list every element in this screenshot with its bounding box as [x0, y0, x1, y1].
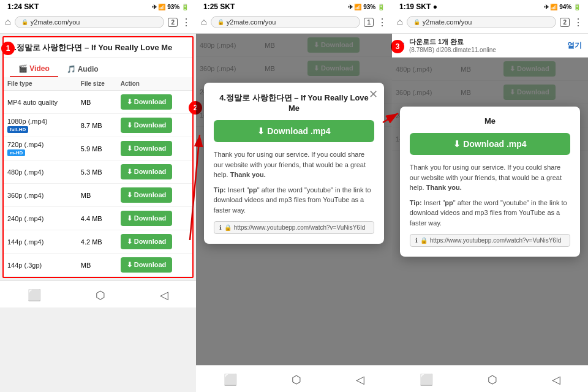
nav-circle-2[interactable]: ⬡: [292, 371, 301, 388]
lock-icon-2: 🔒: [217, 19, 224, 25]
status-bar-2: 1:25 SKT ✈ 📶 93% 🔋: [196, 0, 392, 13]
quality-label: MP4 auto quality: [7, 99, 58, 106]
nav-square-3[interactable]: ⬜: [420, 371, 433, 388]
modal-close-2[interactable]: ✕: [369, 88, 378, 101]
phone-screen-3: 1:19 SKT ● ✈ 📶 94% 🔋 ⌂ 🔒 y2mate.com/you …: [392, 0, 588, 392]
menu-dots-1[interactable]: ⋮: [181, 17, 191, 28]
download-button[interactable]: ⬇ Download: [121, 211, 173, 226]
address-bar-2[interactable]: 🔒 y2mate.com/you: [211, 16, 361, 28]
tab-count-3[interactable]: 2: [560, 18, 570, 27]
phone-screen-2: 1:25 SKT ✈ 📶 93% 🔋 ⌂ 🔒 y2mate.com/you 1 …: [196, 0, 392, 392]
quality-badge-mhd: m-HD: [7, 149, 25, 156]
bottom-nav-1: ⬜ ⬡ ◁: [0, 281, 196, 307]
download-button[interactable]: ⬇ Download: [121, 234, 173, 249]
table-row: 240p (.mp4) 4.4 MB ⬇ Download: [4, 207, 192, 230]
download-button[interactable]: ⬇ Download: [121, 164, 173, 179]
download-button[interactable]: ⬇ Download: [121, 141, 173, 156]
table-row: 144p (.3gp) MB ⬇ Download: [4, 254, 192, 277]
page-content-1: 4.정말로 사랑한다면 – If You Really Love Me 🎬 Vi…: [4, 37, 192, 277]
lock-small-2: 🔒: [224, 224, 232, 231]
home-icon-2[interactable]: ⌂: [201, 17, 207, 28]
lock-small-3: 🔒: [420, 237, 428, 244]
lock-icon-3: 🔒: [413, 19, 420, 25]
menu-dots-2[interactable]: ⋮: [377, 17, 387, 28]
nav-back-3[interactable]: ◁: [552, 371, 560, 388]
status-icons-1: ✈ 📶 93% 🔋: [152, 4, 189, 10]
status-bar-1: 1:24 SKT ✈ 📶 93% 🔋: [0, 0, 196, 13]
table-row: 720p (.mp4) m-HD 5.9 MB ⬇ Download: [4, 137, 192, 160]
lock-icon-1: 🔒: [21, 19, 28, 25]
modal-tip-3: Tip: Insert "pp" after the word "youtube…: [410, 198, 570, 228]
quality-label: 1080p (.mp4): [7, 118, 47, 125]
status-bar-3: 1:19 SKT ● ✈ 📶 94% 🔋: [392, 0, 588, 13]
url-text-3: y2mate.com/you: [423, 18, 472, 26]
file-size: 5.3 MB: [77, 160, 117, 184]
quality-label: 720p (.mp4): [7, 141, 43, 148]
table-row: MP4 auto quality MB ⬇ Download: [4, 91, 192, 114]
file-size: 8.7 MB: [77, 114, 117, 137]
download-notification-3: ✓ 다운로드 1개 완료 (8.78MB) dl208.dlmate11.onl…: [392, 34, 588, 58]
tab-video-1[interactable]: 🎬 Video: [10, 61, 58, 77]
nav-square-2[interactable]: ⬜: [224, 371, 237, 388]
quality-badge-fullhd: full-HD: [7, 126, 28, 133]
page-title-1: 4.정말로 사랑한다면 – If You Really Love Me: [4, 37, 192, 58]
browser-chrome-1: ⌂ 🔒 y2mate.com/you 2 ⋮: [0, 13, 196, 34]
home-icon-1[interactable]: ⌂: [5, 17, 11, 28]
url-text-1: y2mate.com/you: [31, 18, 80, 26]
step-badge-1: 1: [1, 42, 15, 55]
col-filetype-1: File type: [4, 77, 77, 91]
content-outline-1: 4.정말로 사랑한다면 – If You Really Love Me 🎬 Vi…: [2, 36, 194, 278]
download-button[interactable]: ⬇ Download: [121, 94, 173, 110]
tab-count-1[interactable]: 2: [168, 18, 178, 27]
col-filesize-1: File size: [77, 77, 117, 91]
modal-url-bar-2: ℹ 🔒 https://www.youtubepp.com/watch?v=Vu…: [214, 221, 374, 234]
nav-circle-3[interactable]: ⬡: [488, 371, 497, 388]
notif-title-3: 다운로드 1개 완료: [409, 37, 496, 47]
file-size: MB: [77, 184, 117, 207]
nav-circle-1[interactable]: ⬡: [96, 286, 105, 304]
info-icon-3: ℹ: [415, 237, 418, 244]
modal-title-3: Me: [410, 116, 570, 126]
phone-screen-1: 1:24 SKT ✈ 📶 93% 🔋 ⌂ 🔒 y2mate.com/you 2 …: [0, 0, 196, 392]
quality-label: 480p (.mp4): [7, 168, 43, 176]
browser-chrome-2: ⌂ 🔒 y2mate.com/you 1 ⋮: [196, 13, 392, 34]
page-content-3: 480p (.mp4)MB⬇ Download 360p (.mp4)MB⬇ D…: [392, 58, 588, 365]
home-icon-3[interactable]: ⌂: [397, 17, 403, 28]
modal-download-button-2[interactable]: ⬇ Download .mp4: [214, 120, 374, 142]
modal-tip-2: Tip: Insert "pp" after the word "youtube…: [214, 185, 374, 216]
menu-dots-3[interactable]: ⋮: [573, 17, 583, 28]
step-badge-3: 3: [391, 40, 404, 53]
modal-download-button-3[interactable]: ⬇ Download .mp4: [410, 133, 570, 155]
quality-label: 144p (.3gp): [7, 262, 42, 269]
info-icon-2: ℹ: [219, 224, 222, 231]
status-icons-3: ✈ 📶 94% 🔋: [544, 4, 581, 10]
address-bar-1[interactable]: 🔒 y2mate.com/you: [15, 16, 165, 28]
modal-overlay-3: Me ⬇ Download .mp4 Thank you for using o…: [392, 58, 588, 365]
modal-title-2: 4.정말로 사랑한다면 – If You Really Love Me: [214, 92, 374, 113]
time-1: 1:24 SKT: [7, 2, 39, 11]
download-button[interactable]: ⬇ Download: [121, 257, 173, 273]
nav-back-2[interactable]: ◁: [356, 371, 364, 388]
table-row: 360p (.mp4) MB ⬇ Download: [4, 184, 192, 207]
nav-back-1[interactable]: ◁: [160, 286, 168, 304]
bottom-nav-3: ⬜ ⬡ ◁: [392, 365, 588, 392]
download-button[interactable]: ⬇ Download: [121, 118, 173, 133]
url-display-3: https://www.youtubepp.com/watch?v=VuNisY…: [430, 237, 561, 244]
modal-box-2: ✕ 4.정말로 사랑한다면 – If You Really Love Me ⬇ …: [204, 83, 384, 244]
nav-square-1[interactable]: ⬜: [28, 286, 41, 304]
address-bar-3[interactable]: 🔒 y2mate.com/you: [407, 16, 557, 28]
bottom-nav-2: ⬜ ⬡ ◁: [196, 365, 392, 392]
time-2: 1:25 SKT: [203, 2, 235, 11]
notif-sub-3: (8.78MB) dl208.dlmate11.online: [409, 47, 496, 53]
modal-url-bar-3: ℹ 🔒 https://www.youtubepp.com/watch?v=Vu…: [410, 234, 570, 247]
status-icons-2: ✈ 📶 93% 🔋: [348, 4, 385, 10]
file-size: 4.4 MB: [77, 207, 117, 230]
browser-chrome-3: ⌂ 🔒 y2mate.com/you 2 ⋮: [392, 13, 588, 34]
url-text-2: y2mate.com/you: [227, 18, 276, 26]
notif-open-button-3[interactable]: 열기: [567, 40, 582, 51]
tab-audio-1[interactable]: 🎵 Audio: [58, 61, 107, 77]
url-display-2: https://www.youtubepp.com/watch?v=VuNisY…: [234, 224, 365, 231]
table-row: 1080p (.mp4) full-HD 8.7 MB ⬇ Download: [4, 114, 192, 137]
tab-count-2[interactable]: 1: [364, 18, 374, 27]
download-button[interactable]: ⬇ Download: [121, 187, 173, 203]
